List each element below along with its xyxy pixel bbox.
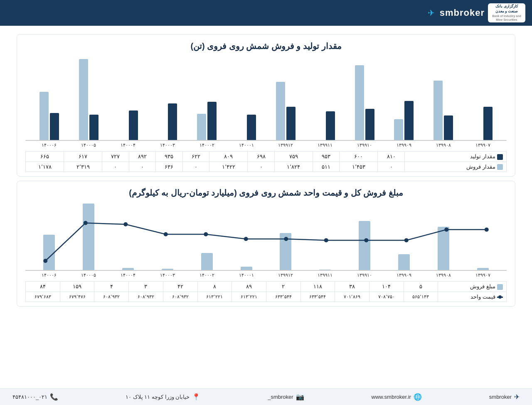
footer-address-label: خیابان وزرا کوچه ۱۱ پلاک ۱۰	[126, 394, 190, 400]
production-bar	[50, 113, 59, 140]
chart2-section: مبلغ فروش کل و قیمت واحد شمش روی فروی (م…	[17, 181, 515, 307]
x-axis-label-2: ۱۳۹۹۰۹	[384, 272, 424, 278]
line-bar-group	[424, 227, 463, 270]
footer-brand: ✈ smbroker	[489, 393, 520, 401]
bar-group	[30, 92, 69, 140]
legend-line-dot	[497, 297, 503, 298]
footer: ✈ smbroker 🌐 www.smbroker.ir 📷 smbroker_…	[0, 388, 532, 405]
chart1-section: مقدار تولید و فروش شمش روی فروی (تن) ۱۳۹…	[17, 34, 515, 177]
instagram-icon: 📷	[296, 393, 304, 401]
production-value-cell: ۶۱۷	[64, 152, 102, 162]
x-axis-label: ۱۳۹۹۰۸	[424, 142, 463, 148]
line-bar-group	[266, 233, 305, 270]
sales-value-cell: ۰	[102, 162, 129, 172]
line-bar-group	[227, 267, 266, 270]
unit-price-value-cell: ۵۶۵٬۱۴۳	[404, 292, 438, 302]
sales-total-value-cell: ۸	[197, 282, 232, 292]
unit-price-value-cell: ۷۰۱٬۸۶۹	[335, 292, 369, 302]
footer-phone: 📞 ۰۲۱_۴۵۴۸۱۰۰۰	[12, 393, 58, 401]
x-axis-label: ۱۳۹۹۰۹	[384, 142, 424, 148]
bar-group	[345, 65, 384, 140]
legend-light-swatch	[497, 164, 503, 170]
sales-value-cell: ۰	[248, 162, 275, 172]
sales-total-value-cell: ۳	[129, 282, 163, 292]
sales-value-cell: ۲٬۳۱۹	[64, 162, 102, 172]
production-value-cell: ۶۹۸	[248, 152, 275, 162]
sales-value-cell: ۶۳۶	[156, 162, 183, 172]
sales-total-bar	[319, 270, 331, 270]
sales-total-value-cell: ۸۴	[26, 282, 60, 292]
sales-value-cell: ۱٬۴۲۲	[209, 162, 248, 172]
production-bar	[129, 110, 138, 140]
main-content: مقدار تولید و فروش شمش روی فروی (تن) ۱۳۹…	[0, 26, 532, 388]
x-axis-label: ۱۴۰۰۰۴	[108, 142, 148, 148]
unit-price-value-cell: ۶۰۸٬۹۳۲	[129, 292, 163, 302]
unit-price-label-cell: قیمت واحد	[438, 292, 507, 302]
unit-price-value-cell: ۶۷۹٬۴۷۶	[60, 292, 94, 302]
production-bar	[89, 115, 99, 140]
footer-phone-label: ۰۲۱_۴۵۴۸۱۰۰۰	[12, 394, 47, 400]
x-axis-label: ۱۴۰۰۰۵	[69, 142, 108, 148]
unit-price-value-cell: ۶۱۳٬۲۲۱	[197, 292, 232, 302]
bar-group	[424, 81, 463, 140]
production-label-cell: مقدار تولید	[404, 152, 506, 162]
line-bar-group	[187, 253, 227, 270]
sales-total-value-cell: ۳۸	[335, 282, 369, 292]
bar-chart-container: ۱۳۹۹۰۷۱۳۹۹۰۸۱۳۹۹۰۹۱۳۹۹۱۰۱۳۹۹۱۱۱۳۹۹۱۲۱۴۰۰…	[25, 58, 507, 148]
bar-group	[187, 102, 227, 140]
sales-bar	[394, 119, 403, 140]
x-axis-label-2: ۱۳۹۹۰۸	[424, 272, 463, 278]
production-value-cell: ۹۳۵	[156, 152, 183, 162]
line-bar-group	[384, 254, 424, 270]
sales-total-bar	[83, 204, 94, 270]
line-bars-area	[25, 204, 507, 271]
production-bar	[404, 101, 414, 140]
bar-group	[69, 59, 108, 140]
production-bar	[286, 107, 296, 140]
bar-group	[266, 82, 305, 140]
line-bar-group	[463, 268, 502, 270]
sales-total-value-cell: ۱۵۹	[60, 282, 94, 292]
sales-label-cell: مقدار فروش	[404, 162, 506, 172]
unit-price-value-cell: ۶۱۳٬۲۲۱	[232, 292, 266, 302]
x-axis-label-2: ۱۴۰۰۰۴	[108, 272, 148, 278]
x-axis-label: ۱۳۹۹۰۷	[463, 142, 502, 148]
globe-icon: 🌐	[414, 393, 422, 401]
sales-total-value-cell: ۱۱۸	[300, 282, 335, 292]
sales-total-bar	[162, 269, 173, 270]
x-axis-label-2: ۱۴۰۰۰۲	[187, 272, 227, 278]
sales-value-cell: ۱٬۱۷۸	[26, 162, 64, 172]
sales-bar	[79, 59, 88, 140]
production-value-cell: ۶۶۵	[26, 152, 64, 162]
x-labels: ۱۳۹۹۰۷۱۳۹۹۰۸۱۳۹۹۰۹۱۳۹۹۱۰۱۳۹۹۱۱۱۳۹۹۱۲۱۴۰۰…	[25, 141, 507, 148]
chart2-container: ۱۳۹۹۰۷۱۳۹۹۰۸۱۳۹۹۰۹۱۳۹۹۱۰۱۳۹۹۱۱۱۳۹۹۱۲۱۴۰۰…	[25, 204, 507, 278]
footer-instagram-label: smbroker_	[268, 394, 293, 400]
sales-bar	[433, 81, 443, 140]
sales-total-bar	[477, 268, 489, 270]
x-axis-label-2: ۱۴۰۰۰۱	[227, 272, 266, 278]
production-value-cell: ۸۹۲	[129, 152, 156, 162]
x-axis-label-2: ۱۳۹۹۱۱	[305, 272, 345, 278]
unit-price-value-cell: ۷۰۸٬۷۵۰	[369, 292, 404, 302]
logo-area: کارگزاری بانک صنعت و معدن Bank of Indust…	[428, 3, 525, 22]
sales-total-bar	[359, 221, 370, 270]
sales-total-bar	[201, 253, 213, 270]
production-value-cell: ۸۱۰	[378, 152, 405, 162]
chart2-data-table: مبلغ فروش۵۱۰۴۳۸۱۱۸۲۸۹۸۴۲۳۴۱۵۹۸۴قیمت واحد…	[25, 281, 507, 302]
sales-value-cell: ۱٬۸۲۴	[274, 162, 313, 172]
unit-price-value-cell: ۶۰۸٬۹۳۲	[94, 292, 129, 302]
sales-total-value-cell: ۴	[94, 282, 129, 292]
bar-group	[148, 103, 187, 140]
line-bar-group	[148, 269, 187, 270]
bar-group	[227, 115, 266, 140]
production-value-cell: ۹۵۳	[313, 152, 340, 162]
x-labels-2: ۱۳۹۹۰۷۱۳۹۹۰۸۱۳۹۹۰۹۱۳۹۹۱۰۱۳۹۹۱۱۱۳۹۹۱۲۱۴۰۰…	[25, 271, 507, 278]
line-bar-group	[345, 221, 384, 270]
x-axis-label-2: ۱۳۹۹۰۷	[463, 272, 502, 278]
x-axis-label: ۱۴۰۰۰۲	[187, 142, 227, 148]
x-axis-label: ۱۴۰۰۰۳	[148, 142, 187, 148]
x-axis-label: ۱۳۹۹۱۲	[266, 142, 305, 148]
production-bar	[483, 107, 493, 140]
bar-group	[463, 107, 502, 140]
production-value-cell: ۷۵۹	[274, 152, 313, 162]
